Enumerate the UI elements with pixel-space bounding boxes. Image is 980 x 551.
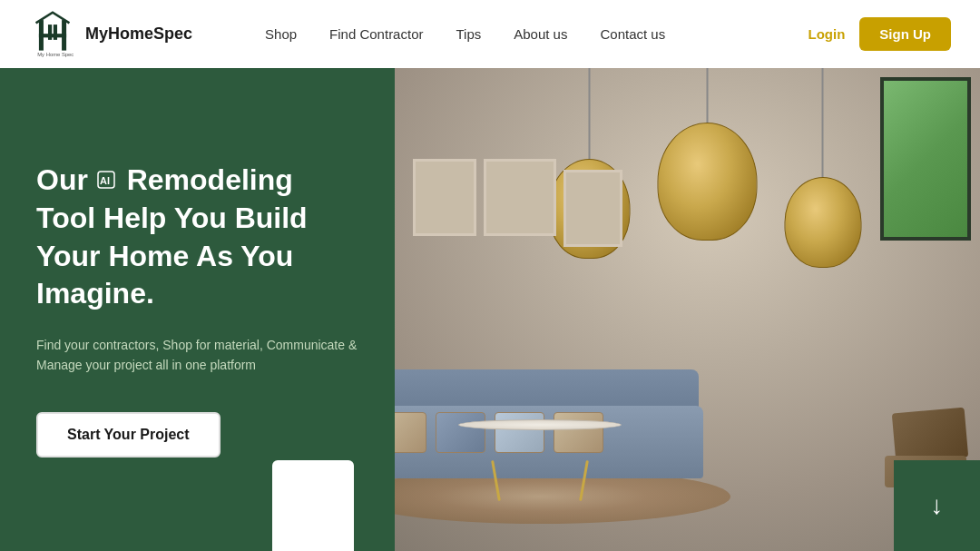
table-top — [458, 419, 622, 430]
white-card — [272, 460, 354, 551]
arrow-down-icon: ↓ — [931, 491, 944, 520]
art-frame-1 — [413, 159, 476, 236]
table-leg-1 — [491, 460, 501, 501]
pendant-shade-3 — [784, 177, 861, 268]
header-actions: Login Sign Up — [808, 17, 952, 51]
pendant-wire-2 — [706, 68, 708, 123]
hero-section: Our AI Remodeling Tool Help You Build Yo… — [0, 0, 980, 551]
start-project-button[interactable]: Start Your Project — [36, 412, 220, 458]
pendant-wire-3 — [822, 68, 824, 177]
nav-find-contractor[interactable]: Find Contractor — [329, 26, 423, 42]
nav-shop[interactable]: Shop — [265, 26, 297, 42]
pendant-wire-1 — [588, 68, 590, 159]
ai-badge: AI — [96, 170, 119, 190]
nav-tips[interactable]: Tips — [456, 26, 481, 42]
logo-area: My Home Spec MyHomeSpec — [29, 11, 192, 58]
hero-image — [304, 68, 980, 551]
art-frame-3 — [564, 170, 622, 247]
nav-about-us[interactable]: About us — [514, 26, 567, 42]
window — [880, 77, 971, 241]
hero-description: Find your contractors, Shop for material… — [36, 335, 358, 376]
main-nav: Shop Find Contractor Tips About us Conta… — [265, 26, 808, 42]
logo-icon: My Home Spec — [29, 11, 76, 58]
wall-art — [413, 159, 622, 247]
svg-text:My Home Spec: My Home Spec — [37, 52, 74, 57]
svg-rect-2 — [39, 34, 66, 37]
art-frame-2 — [484, 159, 556, 236]
header: My Home Spec MyHomeSpec Shop Find Contra… — [0, 0, 980, 68]
nav-contact-us[interactable]: Contact us — [600, 26, 665, 42]
coffee-table — [458, 419, 622, 501]
svg-rect-4 — [54, 25, 57, 40]
hero-headline: Our AI Remodeling Tool Help You Build Yo… — [36, 162, 358, 312]
headline-part1: Our — [36, 163, 96, 196]
svg-rect-3 — [48, 25, 52, 40]
ai-icon: AI — [96, 170, 116, 190]
logo-text: MyHomeSpec — [85, 25, 192, 44]
svg-text:AI: AI — [100, 175, 110, 186]
signup-button[interactable]: Sign Up — [859, 17, 951, 51]
pendant-2 — [657, 68, 757, 241]
login-button[interactable]: Login — [808, 26, 846, 42]
pendant-3 — [784, 68, 861, 268]
down-arrow-button[interactable]: ↓ — [894, 460, 980, 551]
pendant-shade-2 — [657, 123, 757, 241]
table-leg-2 — [579, 460, 589, 501]
